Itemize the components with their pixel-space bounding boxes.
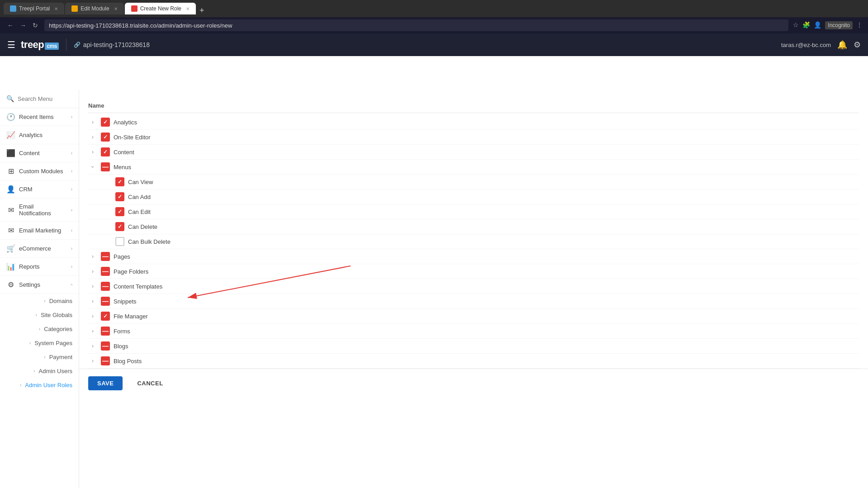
sidebar-item-crm[interactable]: 👤 CRM › xyxy=(0,180,79,199)
sidebar-item-email-notifications[interactable]: ✉ Email Notifications › xyxy=(0,199,79,222)
perm-row-menus: › — Menus xyxy=(88,160,859,175)
sidebar-subitem-categories[interactable]: › Categories xyxy=(0,322,79,336)
content-chevron-icon: › xyxy=(71,151,72,156)
address-bar: ← → ↻ ☆ 🧩 👤 Incognito ⋮ xyxy=(0,17,868,33)
snippets-expand-btn[interactable]: › xyxy=(88,298,97,304)
can-view-check-icon: ✓ xyxy=(118,179,122,185)
reload-button[interactable]: ↻ xyxy=(31,21,40,30)
perm-row-on-site-editor: › ✓ On-Site Editor xyxy=(88,130,859,145)
can-edit-check-icon: ✓ xyxy=(118,208,122,215)
notification-bell-icon[interactable]: 🔔 xyxy=(837,40,847,50)
browser-tab-edit-module[interactable]: Edit Module ✕ xyxy=(65,3,123,14)
page-folders-expand-btn[interactable]: › xyxy=(88,268,97,275)
page-folders-checkbox[interactable]: — xyxy=(101,267,110,276)
perm-row-page-folders: › — Page Folders xyxy=(88,264,859,279)
sidebar-item-custom-modules[interactable]: ⊞ Custom Modules › xyxy=(0,162,79,180)
search-icon: 🔍 xyxy=(6,95,14,102)
sidebar-subitem-admin-user-roles[interactable]: › Admin User Roles xyxy=(0,378,79,392)
sidebar-item-recent-items[interactable]: 🕐 Recent Items › xyxy=(0,108,79,126)
sidebar-item-settings[interactable]: ⚙ Settings ‹ xyxy=(0,276,79,294)
app-logo: treepcms xyxy=(21,39,59,51)
settings-chevron-icon: ‹ xyxy=(69,284,74,285)
file-manager-expand-btn[interactable]: › xyxy=(88,313,97,319)
on-site-editor-expand-btn[interactable]: › xyxy=(88,134,97,140)
profile-icon[interactable]: 👤 xyxy=(814,21,821,29)
blogs-expand-btn[interactable]: › xyxy=(88,343,97,349)
file-manager-check-icon: ✓ xyxy=(103,313,108,319)
topbar-right: taras.r@ez-bc.com 🔔 ⚙ xyxy=(781,40,861,50)
search-menu-input[interactable] xyxy=(18,95,79,102)
bookmark-icon[interactable]: ☆ xyxy=(793,21,799,29)
blogs-checkbox[interactable]: — xyxy=(101,341,110,351)
settings-gear-icon[interactable]: ⚙ xyxy=(854,40,861,50)
browser-tab-create-role[interactable]: Create New Role ✕ xyxy=(125,3,196,14)
back-button[interactable]: ← xyxy=(5,21,15,30)
main-layout: 🔍 🕐 Recent Items › 📈 Analytics ⬛ Content… xyxy=(0,90,868,488)
categories-chevron-icon: › xyxy=(39,327,40,332)
blog-posts-checkbox[interactable]: — xyxy=(101,356,110,365)
analytics-expand-btn[interactable]: › xyxy=(88,119,97,125)
tab-close-treepl[interactable]: ✕ xyxy=(54,6,58,11)
content-icon: ⬛ xyxy=(6,149,15,157)
new-tab-button[interactable]: + xyxy=(197,6,207,14)
topbar-site-name: api-testing-1710238618 xyxy=(83,41,150,48)
forms-checkbox[interactable]: — xyxy=(101,327,110,336)
hamburger-icon[interactable]: ☰ xyxy=(7,39,15,50)
save-button[interactable]: SAVE xyxy=(88,376,123,390)
nav-buttons: ← → ↻ xyxy=(5,21,40,30)
site-globals-chevron-icon: › xyxy=(36,313,37,317)
perm-row-blogs: › — Blogs xyxy=(88,339,859,354)
sidebar-label-admin-users: Admin Users xyxy=(39,368,72,374)
sidebar-item-analytics[interactable]: 📈 Analytics xyxy=(0,126,79,144)
sidebar-subitem-admin-users[interactable]: › Admin Users xyxy=(0,364,79,378)
browser-actions: ☆ 🧩 👤 Incognito ⋮ xyxy=(793,21,863,29)
sidebar-subitem-site-globals[interactable]: › Site Globals xyxy=(0,308,79,322)
perm-sub-row-can-edit: ✓ Can Edit xyxy=(88,204,859,219)
forms-expand-btn[interactable]: › xyxy=(88,328,97,334)
cancel-button[interactable]: CANCEL xyxy=(128,376,172,390)
file-manager-checkbox[interactable]: ✓ xyxy=(101,312,110,321)
search-menu-container: 🔍 xyxy=(0,90,79,108)
tab-close-create[interactable]: ✕ xyxy=(186,6,190,11)
blog-posts-label: Blog Posts xyxy=(114,358,142,365)
perm-row-pages: › — Pages xyxy=(88,249,859,264)
tab-label-create: Create New Role xyxy=(140,5,181,12)
sidebar-subitem-system-pages[interactable]: › System Pages xyxy=(0,336,79,350)
pages-checkbox[interactable]: — xyxy=(101,252,110,261)
snippets-checkbox[interactable]: — xyxy=(101,297,110,306)
admin-users-chevron-icon: › xyxy=(33,369,35,374)
on-site-editor-checkbox[interactable]: ✓ xyxy=(101,133,110,142)
menus-expand-btn[interactable]: › xyxy=(90,162,96,171)
sidebar-subitem-payment[interactable]: › Payment xyxy=(0,350,79,364)
blog-posts-expand-btn[interactable]: › xyxy=(88,358,97,364)
pages-expand-btn[interactable]: › xyxy=(88,253,97,260)
settings-browser-icon[interactable]: ⋮ xyxy=(856,21,863,29)
content-templates-checkbox[interactable]: — xyxy=(101,282,110,291)
email-marketing-icon: ✉ xyxy=(6,226,15,235)
sidebar: 🔍 🕐 Recent Items › 📈 Analytics ⬛ Content… xyxy=(0,90,79,488)
tab-label-treepl: Treepl Portal xyxy=(19,5,50,12)
content-templates-expand-btn[interactable]: › xyxy=(88,283,97,289)
site-link-icon: 🔗 xyxy=(74,42,81,48)
can-add-checkbox[interactable]: ✓ xyxy=(115,192,124,201)
topbar-site: 🔗 api-testing-1710238618 xyxy=(74,41,150,48)
sidebar-item-reports[interactable]: 📊 Reports › xyxy=(0,258,79,276)
content-expand-btn[interactable]: › xyxy=(88,149,97,155)
incognito-badge: Incognito xyxy=(825,21,853,29)
sidebar-item-content[interactable]: ⬛ Content › xyxy=(0,144,79,162)
sidebar-item-ecommerce[interactable]: 🛒 eCommerce › xyxy=(0,240,79,258)
sidebar-subitem-domains[interactable]: › Domains xyxy=(0,294,79,308)
sidebar-item-email-marketing[interactable]: ✉ Email Marketing › xyxy=(0,222,79,240)
menus-checkbox[interactable]: — xyxy=(101,162,110,171)
analytics-checkbox[interactable]: ✓ xyxy=(101,118,110,127)
content-checkbox[interactable]: ✓ xyxy=(101,147,110,156)
can-edit-checkbox[interactable]: ✓ xyxy=(115,207,124,216)
forward-button[interactable]: → xyxy=(18,21,28,30)
tab-close-edit[interactable]: ✕ xyxy=(114,6,118,11)
can-bulk-delete-checkbox[interactable] xyxy=(115,237,124,246)
can-delete-checkbox[interactable]: ✓ xyxy=(115,222,124,231)
browser-tab-treepl[interactable]: Treepl Portal ✕ xyxy=(4,3,64,14)
extension-icon[interactable]: 🧩 xyxy=(802,21,810,29)
url-input[interactable] xyxy=(44,19,788,31)
can-view-checkbox[interactable]: ✓ xyxy=(115,177,124,186)
